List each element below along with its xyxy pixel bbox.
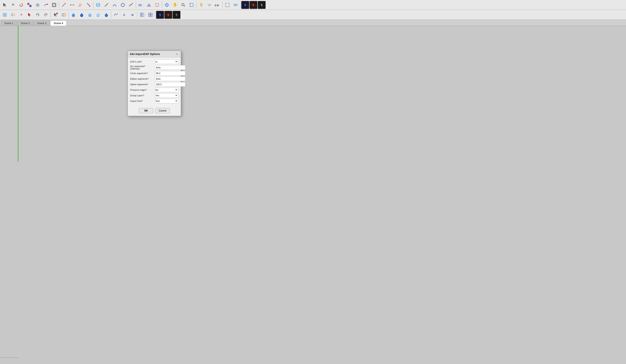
preserve-origin-select[interactable]: No Yes (155, 88, 178, 92)
parallel-perspective-btn[interactable] (147, 11, 154, 19)
svg-rect-16 (96, 4, 100, 6)
zoom-extents-btn[interactable] (188, 1, 196, 9)
scene-tabs-bar: Scene 1 Scene 2 Scene 3 Scene 4 (0, 20, 626, 26)
component-btn[interactable] (1, 11, 9, 19)
eraser-btn[interactable] (76, 1, 84, 9)
lightning3-btn[interactable] (258, 1, 266, 9)
fog-btn[interactable] (205, 1, 213, 9)
arc-segments-label: Arc segments?[100max] (130, 65, 155, 70)
sep-r2 (69, 11, 69, 18)
water4-btn[interactable]: ▲ (94, 11, 102, 19)
svg-text:E: E (215, 4, 216, 7)
paint-bucket-btn[interactable] (84, 1, 92, 9)
dxf-unit-select[interactable]: m mm cm inch ft (155, 59, 178, 64)
views-front-btn[interactable]: E (120, 11, 128, 19)
circle-segments-input[interactable] (155, 71, 185, 76)
scale-tool-btn[interactable] (26, 1, 33, 9)
push-pull-btn[interactable] (34, 1, 41, 9)
arc-segments-input[interactable] (155, 65, 185, 70)
orbit-btn[interactable] (163, 1, 171, 9)
line-btn[interactable] (102, 1, 110, 9)
spline-segments-row: Spline segments? (130, 82, 178, 87)
match-photo-btn[interactable]: EM (214, 1, 222, 9)
walkthrough-btn[interactable] (112, 11, 120, 19)
lightning-r1-btn[interactable] (156, 11, 164, 19)
freehand-btn[interactable] (127, 1, 135, 9)
svg-point-31 (200, 5, 203, 7)
water2-btn[interactable] (78, 11, 86, 19)
svg-rect-8 (53, 4, 55, 6)
sep-r5 (155, 11, 155, 18)
sep5 (196, 2, 196, 8)
sep-r4 (137, 11, 137, 18)
shadows-btn[interactable] (197, 1, 205, 9)
lightning1-btn[interactable] (241, 1, 249, 9)
outer-shell-btn[interactable] (60, 11, 68, 19)
spline-segments-input[interactable] (155, 82, 185, 87)
water3-btn[interactable] (86, 11, 94, 19)
lightning-r3-btn[interactable] (173, 11, 180, 19)
section-cut-btn[interactable] (153, 1, 161, 9)
hidden-geometry-btn[interactable] (223, 1, 231, 9)
group-layer-select[interactable]: Yes No (155, 93, 178, 98)
preserve-origin-label: Preserve origin? (130, 89, 155, 91)
scene-tab-2[interactable]: Scene 2 (17, 20, 33, 26)
water5-btn[interactable] (102, 11, 110, 19)
sep1 (59, 2, 59, 8)
svg-rect-64 (151, 13, 152, 15)
svg-text:▲: ▲ (97, 14, 99, 16)
water1-btn[interactable] (70, 11, 77, 19)
rotate-tool-btn[interactable] (17, 1, 25, 9)
svg-rect-2 (28, 3, 29, 5)
dimensions-btn[interactable] (68, 1, 76, 9)
sandbox-btn[interactable] (145, 1, 153, 9)
3d-text-btn[interactable]: 3D (137, 1, 145, 9)
offset-btn[interactable] (50, 1, 58, 9)
import-text-label: Import Text? (130, 100, 155, 102)
lightning2-btn[interactable] (250, 1, 257, 9)
dxf-unit-label: DXF's unit? (130, 60, 155, 63)
section-planes-btn[interactable] (232, 1, 239, 9)
interact-btn[interactable]: ✦ (17, 11, 25, 19)
move-tool-btn[interactable]: ✛ (9, 1, 17, 9)
import-text-select[interactable]: Text No Yes (155, 99, 178, 103)
modal-overlay: S4u ImportDXF Options × DXF's unit? m mm… (0, 26, 626, 364)
standard-views-btn[interactable] (138, 11, 146, 19)
svg-text:✛: ✛ (11, 3, 15, 7)
pan-btn[interactable]: ✋ (171, 1, 179, 9)
circle-segments-label: Circle segments? (130, 72, 155, 75)
follow-me-btn[interactable] (42, 1, 50, 9)
cancel-button[interactable]: Cancel (155, 108, 170, 113)
dialog-close-btn[interactable]: × (175, 52, 179, 56)
svg-text:3D: 3D (138, 3, 142, 7)
svg-marker-67 (159, 13, 161, 17)
undo-btn[interactable] (34, 11, 41, 19)
rectangle-btn[interactable] (94, 1, 102, 9)
circle-btn[interactable] (119, 1, 127, 9)
select-tool-btn[interactable] (1, 1, 9, 9)
cursor-btn[interactable] (26, 11, 33, 19)
svg-rect-61 (140, 13, 142, 17)
zoom-btn[interactable] (179, 1, 187, 9)
dialog-titlebar: S4u ImportDXF Options × (128, 51, 181, 57)
svg-line-26 (184, 5, 185, 7)
scene-tab-3[interactable]: Scene 3 (34, 20, 50, 26)
import-text-row: Import Text? Text No Yes (130, 99, 178, 103)
dialog-footer: OK Cancel (128, 106, 181, 116)
svg-rect-27 (190, 3, 193, 7)
ellipse-segments-input[interactable] (155, 77, 185, 81)
scene-tab-1[interactable]: Scene 1 (1, 20, 17, 26)
svg-marker-68 (167, 13, 169, 17)
make-group-btn[interactable] (9, 11, 17, 19)
redo-btn[interactable] (42, 11, 50, 19)
scene-tab-4[interactable]: Scene 4 (50, 20, 66, 26)
advanced-select-btn[interactable] (52, 11, 59, 19)
ok-button[interactable]: OK (139, 108, 153, 113)
tape-measure-btn[interactable] (60, 1, 68, 9)
views-side-btn[interactable]: M (129, 11, 136, 19)
svg-rect-48 (13, 14, 15, 16)
arc-btn[interactable] (111, 1, 118, 9)
svg-rect-63 (149, 13, 150, 15)
lightning-r2-btn[interactable] (164, 11, 172, 19)
svg-point-15 (89, 5, 90, 7)
